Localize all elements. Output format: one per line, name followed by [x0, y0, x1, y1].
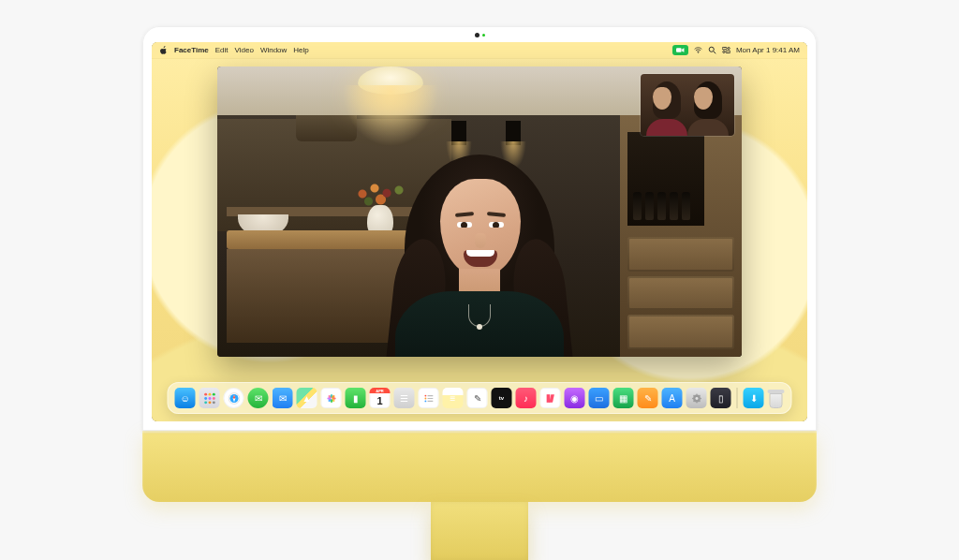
svg-rect-43 [696, 393, 697, 394]
svg-point-11 [204, 397, 207, 400]
dock-podcasts[interactable]: ◉ [565, 388, 585, 408]
svg-point-1 [698, 52, 699, 52]
svg-point-29 [424, 400, 426, 402]
svg-point-9 [208, 392, 211, 395]
dock-safari[interactable] [224, 388, 244, 408]
svg-point-14 [204, 401, 207, 404]
dock-photos[interactable] [321, 388, 342, 408]
svg-point-36 [695, 397, 698, 400]
dock-pages[interactable]: ✎ [638, 388, 658, 408]
camera-led-icon [482, 34, 485, 37]
svg-rect-0 [676, 48, 682, 52]
imac-stand [431, 502, 528, 560]
imac-chin [142, 431, 817, 502]
svg-point-12 [208, 397, 211, 400]
spotlight-icon[interactable] [708, 46, 716, 54]
dock-reminders[interactable] [419, 388, 439, 408]
svg-point-27 [424, 394, 426, 396]
self-view-pip[interactable] [641, 74, 734, 136]
svg-rect-37 [700, 397, 701, 398]
dock-iphone-mirror[interactable]: ▯ [711, 388, 731, 408]
imac-camera [471, 32, 488, 37]
menu-item-help[interactable]: Help [293, 46, 308, 54]
menu-item-edit[interactable]: Edit [215, 46, 229, 54]
menu-bar: FaceTime Edit Video Window Help Mon Apr … [152, 42, 807, 59]
menu-app-name[interactable]: FaceTime [174, 46, 209, 54]
imac-bezel: FaceTime Edit Video Window Help Mon Apr … [142, 26, 817, 431]
dock-tv[interactable]: tv [492, 388, 512, 408]
dock-keynote[interactable]: ▭ [589, 388, 610, 408]
svg-point-16 [212, 401, 214, 404]
dock-calendar[interactable]: APR1 [370, 388, 391, 408]
menu-item-window[interactable]: Window [260, 46, 287, 54]
svg-rect-6 [726, 51, 730, 52]
dock-facetime[interactable]: ▮ [346, 388, 366, 408]
svg-rect-41 [692, 397, 693, 398]
mac-screen: FaceTime Edit Video Window Help Mon Apr … [152, 42, 807, 421]
dock-mail[interactable]: ✉ [273, 388, 293, 408]
dock-music[interactable]: ♪ [516, 388, 537, 408]
dock-separator [737, 388, 738, 408]
menu-datetime[interactable]: Mon Apr 1 9:41 AM [736, 46, 800, 54]
svg-line-3 [714, 52, 716, 53]
imac-device: FaceTime Edit Video Window Help Mon Apr … [142, 26, 817, 560]
dock-contacts[interactable]: ☰ [394, 388, 415, 408]
svg-point-5 [728, 48, 730, 50]
dock-downloads[interactable]: ⬇ [744, 388, 764, 408]
facetime-window[interactable] [217, 66, 742, 357]
dock: ☺✉✉▲▮APR1☰≡✎tv♪◉▭▦✎A▯⬇ [168, 382, 792, 414]
wifi-icon[interactable] [694, 46, 702, 54]
dock-numbers[interactable]: ▦ [613, 388, 634, 408]
dock-launchpad[interactable] [199, 388, 220, 408]
svg-point-10 [212, 392, 214, 395]
control-center-icon[interactable] [722, 46, 730, 54]
svg-rect-4 [722, 48, 727, 50]
apple-menu-icon[interactable] [159, 46, 168, 54]
dock-settings[interactable] [686, 388, 707, 408]
dock-news[interactable] [540, 388, 561, 408]
svg-point-8 [204, 392, 207, 395]
menu-item-video[interactable]: Video [235, 46, 254, 54]
svg-rect-39 [696, 402, 697, 403]
svg-point-28 [424, 397, 426, 399]
dock-messages[interactable]: ✉ [248, 388, 269, 408]
svg-point-7 [723, 51, 725, 52]
dock-freeform[interactable]: ✎ [467, 388, 488, 408]
dock-maps[interactable]: ▲ [297, 388, 317, 408]
dock-trash[interactable] [768, 388, 785, 408]
svg-point-13 [212, 397, 214, 400]
facetime-status-pill[interactable] [672, 45, 688, 55]
remote-caller-person [367, 123, 592, 357]
dock-finder[interactable]: ☺ [175, 388, 196, 408]
dock-appstore[interactable]: A [662, 388, 683, 408]
svg-point-15 [208, 401, 211, 404]
dock-notes[interactable]: ≡ [443, 388, 464, 408]
svg-point-2 [709, 47, 714, 52]
